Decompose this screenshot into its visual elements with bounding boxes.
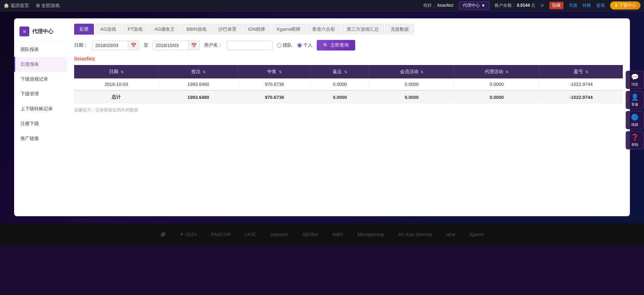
username-input[interactable] [227,41,273,50]
all-games-link[interactable]: ⊞ 全部游戏 [36,2,60,9]
transfer-button[interactable]: 转账 [583,2,591,8]
col-bet[interactable]: 投注 ⇅ [159,65,238,78]
home-link[interactable]: 🏠 返回首页 [4,2,29,9]
sidebar-item-team-report[interactable]: 团队报表 [14,42,67,57]
sidebar-item-promo-link[interactable]: 推广链接 [14,131,67,146]
grid-icon: ⊞ [36,3,40,8]
sort-profit-icon: ⇅ [585,70,588,74]
search-icon: 🔍 [323,43,329,48]
sidebar-item-transfer-records[interactable]: 上下级转账记录 [14,101,67,116]
date-to-wrap: 📅 [153,41,200,50]
tab-bbin-game[interactable]: BBIN游戏 [181,24,211,35]
help-button[interactable]: ❓ 帮助 [626,131,644,149]
query-button[interactable]: 🔍 立即查询 [317,40,355,51]
col-agent-activity[interactable]: 代理活动 ⇅ [454,65,539,78]
footer-rebate: 0.0000 [311,90,369,104]
balance-section: 账户余额： 0.0144 元 [495,2,535,8]
col-rebate[interactable]: 返点 ⇅ [311,65,369,78]
sidebar-item-sub-management[interactable]: 下级管理 [14,87,67,101]
message-button[interactable]: 💬 消息 [626,71,644,89]
tab-third-party[interactable]: 第三方游戏汇总 [341,24,384,35]
sort-rebate-icon: ⇅ [344,70,347,74]
radio-personal[interactable]: 个人 [297,42,312,48]
nav-left: 🏠 返回首页 ⊞ 全部游戏 [4,2,60,9]
footer-brand-sbobet: SBObet [302,232,318,237]
col-member-activity[interactable]: 会员活动 ⇅ [369,65,454,78]
sort-member-activity-icon: ⇅ [421,70,423,74]
cell-win: 970.6736 [238,78,311,90]
withdraw-button[interactable]: 提现 [596,2,605,8]
tab-kgame-chess[interactable]: Kgame棋牌 [272,24,306,35]
data-table: 日期 ⇅ 投注 ⇅ 中奖 ⇅ 返点 ⇅ [74,65,623,104]
sidebar-item-sub-game-records[interactable]: 下级游戏记录 [14,72,67,87]
sort-date-icon: ⇅ [121,70,124,74]
user-name-label: 用户名： [204,42,222,48]
main-content: ≡ 代理中心 团队报表 日度报表 下级游戏记录 下级管理 上下级转账记录 注册下… [0,11,644,223]
home-icon: 🏠 [4,3,9,8]
cell-member-activity: 0.0000 [369,78,454,90]
download-label: 下载中心 [619,2,636,8]
tab-hk-lottery[interactable]: 香港六合彩 [307,24,340,35]
download-button[interactable]: ⬇ 下载中心 [610,1,640,10]
main-panel: 彩票 AG游戏 PT游戏 AG捕鱼王 BBIN游戏 沙巴体育 IDN棋牌 Kga… [67,18,630,216]
agent-center-label: 代理中心 [463,2,480,8]
query-button-label: 立即查询 [330,42,349,48]
cell-rebate: 0.0000 [311,78,369,90]
right-sidebar: 💬 消息 👤 客服 🔵 线路 ❓ 帮助 [626,71,644,149]
footer: ⊕ ✦ CEZA PAGCOR LKSC playtech SBObet WBG… [0,223,644,245]
col-win[interactable]: 中奖 ⇅ [238,65,311,78]
radio-team-label: 团队 [283,42,292,48]
balance-unit: 元 [531,3,535,8]
cell-date: 2018-10-03 [74,78,159,90]
agent-center-button[interactable]: 代理中心 ▼ [459,1,489,10]
col-profit[interactable]: 盈亏 ⇅ [539,65,623,78]
calendar-from-button[interactable]: 📅 [128,41,139,50]
date-from-wrap: 📅 [92,41,139,50]
sidebar-title: 代理中心 [32,28,53,35]
greeting-text: 你好， lixiaofeiz [423,2,453,8]
service-button[interactable]: 👤 客服 [626,91,644,109]
tab-recharge-data[interactable]: 充提数据 [385,24,414,35]
radio-personal-label: 个人 [303,42,312,48]
help-label: 帮助 [631,142,638,147]
sidebar: ≡ 代理中心 团队报表 日度报表 下级游戏记录 下级管理 上下级转账记录 注册下… [14,18,67,216]
radio-personal-input[interactable] [297,43,302,48]
radio-team[interactable]: 团队 [277,42,292,48]
table-row: 2018-10-03 1993.6480 970.6736 0.0000 0.0… [74,78,623,90]
footer-brand-pagcor: PAGCOR [211,232,231,237]
sidebar-item-register-sub[interactable]: 注册下级 [14,116,67,131]
radio-team-input[interactable] [277,43,281,48]
calendar-to-button[interactable]: 📅 [188,41,199,50]
date-from-input[interactable] [93,41,128,50]
footer-brand-kgame: Kgame [469,232,484,237]
col-date[interactable]: 日期 ⇅ [74,65,159,78]
table-footer-row: 总计 1993.6480 970.6736 0.0000 0.0000 0.00… [74,90,623,104]
sort-win-icon: ⇅ [279,70,282,74]
tab-ag-fish[interactable]: AG捕鱼王 [149,24,180,35]
sort-bet-icon: ⇅ [203,70,205,74]
sidebar-item-daily-report[interactable]: 日度报表 [14,57,67,72]
footer-brand-wbg: WBG [332,232,343,237]
refresh-icon[interactable]: ⟳ [541,3,544,8]
tab-lottery[interactable]: 彩票 [74,24,94,35]
message-icon: 💬 [631,73,639,81]
tab-saba-sports[interactable]: 沙巴体育 [213,24,242,35]
footer-brand-microgaming: Microgaming [357,232,383,237]
sidebar-logo-icon: ≡ [19,26,29,36]
tab-pt-game[interactable]: PT游戏 [123,24,148,35]
line-button[interactable]: 🔵 线路 [626,111,644,129]
sidebar-header: ≡ 代理中心 [14,24,67,42]
cell-bet: 1993.6480 [159,78,238,90]
hide-button[interactable]: 隐藏 [549,2,564,9]
cell-agent-activity: 0.0000 [454,78,539,90]
dropdown-icon: ▼ [481,3,485,8]
date-label: 日期： [74,42,88,48]
tab-idn-chess[interactable]: IDN棋牌 [243,24,270,35]
service-label: 客服 [631,102,638,107]
date-to-input[interactable] [153,41,188,50]
balance-label: 账户余额： [495,3,516,8]
recharge-button[interactable]: 充值 [569,2,577,8]
message-label: 消息 [631,82,638,87]
tab-ag-game[interactable]: AG游戏 [95,24,121,35]
footer-win: 970.6736 [238,90,311,104]
